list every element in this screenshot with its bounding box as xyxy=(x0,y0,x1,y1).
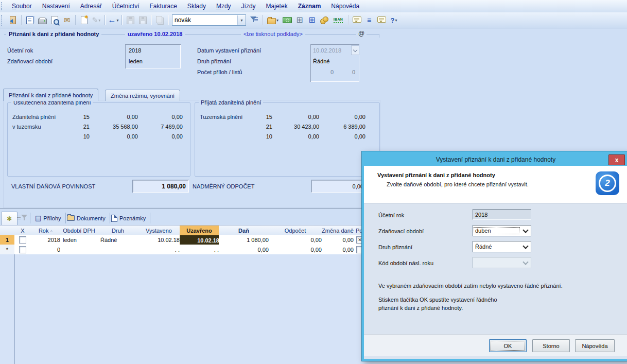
record-pages-button[interactable] xyxy=(24,14,36,26)
col-header-obdobi[interactable]: Období DPH xyxy=(60,225,98,236)
save-new-icon xyxy=(139,16,147,24)
comment-edit-button[interactable] xyxy=(375,14,388,26)
col-header-x[interactable]: X xyxy=(14,225,31,236)
search-dropdown-button[interactable]: ▾ xyxy=(237,15,246,25)
dlg-tax-period-select[interactable]: duben xyxy=(473,225,531,236)
issue-date-value[interactable]: 10.02.2018 xyxy=(313,47,341,54)
col-header-zmena[interactable]: Změna daně xyxy=(322,225,354,236)
col-header-dan[interactable]: Daň xyxy=(219,225,269,236)
row-new-zmena[interactable]: 0,00 xyxy=(322,245,357,255)
brush-dropdown-icon: ▾ xyxy=(98,18,100,23)
comment-button[interactable] xyxy=(351,14,363,26)
row-new-vystaveno[interactable]: . . xyxy=(138,245,183,255)
row-1-dan[interactable]: 1 080,00 xyxy=(219,235,272,245)
row-new-header[interactable]: * xyxy=(0,245,15,255)
col-header-druh[interactable]: Druh xyxy=(98,225,138,236)
dialog-title-bar[interactable]: Vystavení přiznání k dani z přidané hodn… xyxy=(364,153,627,166)
row-1-rok[interactable]: 2018 xyxy=(31,235,63,245)
currency-button[interactable] xyxy=(318,14,330,26)
menu-majetek[interactable]: Majetek xyxy=(261,1,293,11)
menu-ucetnictvi[interactable]: Účetnictví xyxy=(107,1,145,11)
new-record-button[interactable]: ✱ xyxy=(78,14,90,26)
row-1-odpocet[interactable]: 0,00 xyxy=(269,235,325,245)
calculator-button[interactable]: ⊞ xyxy=(293,14,306,26)
dlg-fiscal-year-field[interactable]: 2018 xyxy=(473,209,531,220)
filter-button[interactable] xyxy=(248,14,260,26)
col-header-rok[interactable]: Rok ▵ xyxy=(31,225,61,236)
row-new-uzavreno[interactable]: . . xyxy=(180,245,222,255)
attachments-count-1[interactable]: 0 xyxy=(324,69,334,75)
row-1-vystaveno[interactable]: 10.02.18 xyxy=(138,235,183,245)
menu-mzdy[interactable]: Mzdy xyxy=(211,1,236,11)
tab-regime-change[interactable]: Změna režimu, vyrovnání xyxy=(105,90,180,101)
return-type-value[interactable]: Řádné xyxy=(313,58,329,64)
row-new-rok[interactable]: 0 xyxy=(31,245,63,255)
menu-adresar[interactable]: Adresář xyxy=(75,1,107,11)
at-icon[interactable]: @ xyxy=(356,30,367,37)
attachments-icon: ▤ xyxy=(35,214,41,222)
notes-page-icon xyxy=(111,215,117,222)
cash-button[interactable] xyxy=(281,14,293,26)
fiscal-year-value[interactable]: 2018 xyxy=(129,47,141,54)
copy-record-button[interactable] xyxy=(153,14,166,26)
note-lines-button[interactable]: ≡ xyxy=(363,14,375,26)
output-row-label-1: Zdanitelná plnění xyxy=(12,114,56,120)
row-1-uzavreno-selected-cell[interactable]: 10.02.18 xyxy=(180,235,222,246)
tab-vat-return[interactable]: Přiznání k dani z přidané hodnoty xyxy=(3,89,98,101)
menu-soubor[interactable]: Soubor xyxy=(7,1,37,11)
row-1-druh[interactable]: Řádné xyxy=(98,235,141,245)
dlg-return-type-select[interactable]: Řádné xyxy=(473,241,531,252)
row-new-x-checkbox[interactable] xyxy=(19,246,26,253)
save-new-button[interactable] xyxy=(136,14,149,26)
send-mail-button[interactable]: ✉ xyxy=(61,14,73,26)
tab-notes[interactable]: Poznámky xyxy=(107,213,150,223)
print-hint-label[interactable]: <lze tisknout podklady> xyxy=(241,31,305,37)
print-preview-button[interactable] xyxy=(48,14,61,26)
tab-attachments[interactable]: ▤ Přílohy xyxy=(31,213,66,223)
attachments-count-2[interactable]: 0 xyxy=(346,69,355,75)
row-1-header[interactable]: 1 xyxy=(0,235,15,245)
coins-icon xyxy=(320,16,328,24)
col-header-uzavreno[interactable]: Uzavřeno xyxy=(180,225,219,236)
iban-button[interactable]: IBAN xyxy=(330,14,346,26)
dlg-next-year-code-select[interactable] xyxy=(473,257,531,268)
save-button[interactable] xyxy=(124,14,136,26)
row-1-x-checkbox[interactable] xyxy=(19,236,26,244)
agenda-folder-button[interactable]: ▾ xyxy=(265,14,281,26)
help-question-icon: ? xyxy=(391,17,395,24)
menu-napoveda[interactable]: Nápověda xyxy=(326,1,364,11)
menu-zaznam[interactable]: Záznam xyxy=(293,1,326,11)
col-header-vystaveno[interactable]: Vystaveno xyxy=(138,225,180,236)
tax-calculator-button[interactable]: ⊞ xyxy=(306,14,318,26)
menu-grip[interactable] xyxy=(1,2,5,11)
help-button[interactable]: Nápověda xyxy=(575,339,615,352)
cancel-button[interactable]: Storno xyxy=(532,339,570,352)
tab-documents[interactable]: Dokumenty xyxy=(63,213,110,223)
row-new-odpocet[interactable]: 0,00 xyxy=(269,245,325,255)
col-header-odpocet[interactable]: Odpočet xyxy=(269,225,322,236)
row-1-zmena[interactable]: 0,00 xyxy=(322,235,357,245)
return-type-label: Druh přiznání xyxy=(197,58,231,64)
row-1-obdobi[interactable]: leden xyxy=(60,235,101,245)
menu-sklady[interactable]: Sklady xyxy=(182,1,211,11)
ok-button[interactable]: OK xyxy=(489,339,527,352)
toolbar-grip[interactable] xyxy=(1,15,5,26)
row-new-druh[interactable] xyxy=(98,245,141,255)
context-help-button[interactable]: ?▾ xyxy=(388,14,400,26)
dialog-close-button[interactable]: x xyxy=(608,154,625,165)
back-button[interactable]: ←▾ xyxy=(107,14,119,26)
dialog-title: Vystavení přiznání k dani z přidané hodn… xyxy=(436,156,555,163)
tax-period-value[interactable]: leden xyxy=(129,58,143,64)
row-new-dan[interactable]: 0,00 xyxy=(219,245,272,255)
format-brush-button[interactable]: ✎▾ xyxy=(90,14,102,26)
output-base-21: 35 568,00 xyxy=(96,124,138,130)
print-button[interactable] xyxy=(36,14,48,26)
row-new-obdobi[interactable] xyxy=(60,245,101,255)
menu-nastaveni[interactable]: Nastavení xyxy=(37,1,75,11)
search-input[interactable] xyxy=(172,16,237,24)
menu-fakturace[interactable]: Fakturace xyxy=(144,1,182,11)
issue-date-dropdown[interactable] xyxy=(351,45,359,55)
tab-main-grid[interactable]: ✱ xyxy=(1,212,18,225)
exit-agenda-button[interactable] xyxy=(7,14,19,26)
menu-jizdy[interactable]: Jízdy xyxy=(236,1,261,11)
